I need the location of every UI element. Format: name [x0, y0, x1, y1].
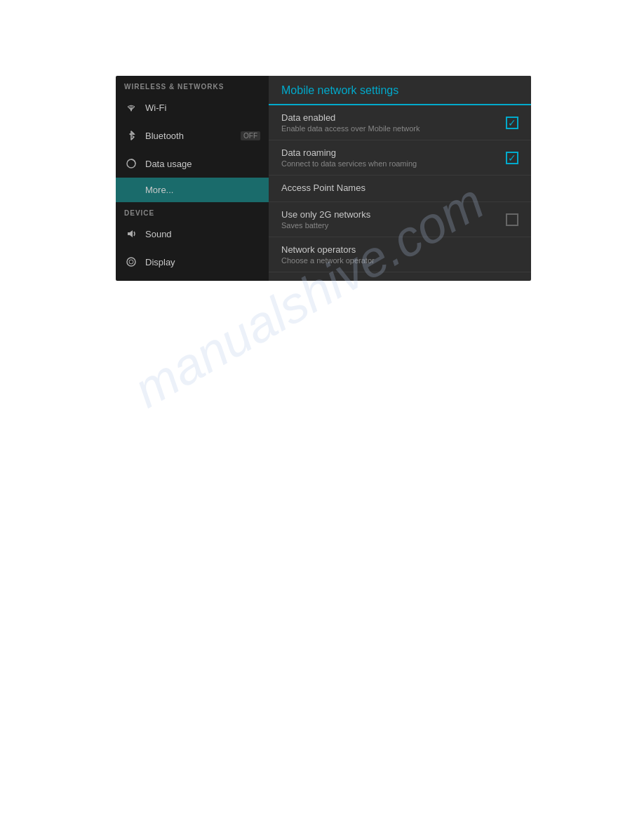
network-operators-subtitle: Choose a network operator [281, 256, 518, 265]
sound-label: Sound [145, 229, 260, 239]
settings-item-apn[interactable]: Access Point Names [269, 176, 531, 202]
settings-item-2g[interactable]: Use only 2G networks Saves battery [269, 202, 531, 237]
network-operators-text: Network operators Choose a network opera… [281, 244, 518, 265]
sidebar-item-sound[interactable]: Sound [116, 220, 269, 248]
svg-point-2 [127, 258, 135, 266]
settings-item-network-operators[interactable]: Network operators Choose a network opera… [269, 237, 531, 272]
data-enabled-checkmark: ✓ [508, 118, 516, 128]
data-roaming-title: Data roaming [281, 147, 506, 158]
data-enabled-subtitle: Enable data access over Mobile network [281, 124, 506, 133]
display-icon [124, 255, 138, 269]
wifi-icon [124, 100, 138, 114]
section-label-wireless: WIRELESS & NETWORKS [116, 76, 269, 93]
data-roaming-checkbox[interactable]: ✓ [506, 152, 518, 164]
apn-title: Access Point Names [281, 183, 518, 193]
bluetooth-badge: OFF [241, 131, 260, 140]
data-enabled-checkbox[interactable]: ✓ [506, 117, 518, 129]
section-label-device: DEVICE [116, 202, 269, 220]
data-roaming-checkmark: ✓ [508, 153, 516, 163]
data-roaming-text: Data roaming Connect to data services wh… [281, 147, 506, 168]
settings-list: Data enabled Enable data access over Mob… [269, 105, 531, 281]
settings-item-data-enabled[interactable]: Data enabled Enable data access over Mob… [269, 105, 531, 140]
data-roaming-subtitle: Connect to data services when roaming [281, 159, 506, 168]
sidebar-item-display[interactable]: Display [116, 248, 269, 276]
bluetooth-label: Bluetooth [145, 131, 241, 141]
settings-item-data-roaming[interactable]: Data roaming Connect to data services wh… [269, 140, 531, 176]
sidebar-item-data-usage[interactable]: Data usage [116, 150, 269, 178]
display-label: Display [145, 257, 260, 267]
apn-text: Access Point Names [281, 183, 518, 194]
data-usage-label: Data usage [145, 159, 260, 169]
sidebar-item-more[interactable]: More... [116, 178, 269, 202]
sidebar-item-wifi[interactable]: Wi-Fi [116, 93, 269, 121]
data-enabled-title: Data enabled [281, 112, 506, 123]
screenshot-container: WIRELESS & NETWORKS Wi-Fi Blue [116, 76, 531, 281]
sound-icon [124, 227, 138, 241]
bluetooth-icon [124, 128, 138, 143]
sidebar: WIRELESS & NETWORKS Wi-Fi Blue [116, 76, 269, 281]
2g-checkbox[interactable] [506, 213, 518, 226]
2g-subtitle: Saves battery [281, 221, 506, 230]
more-label: More... [124, 185, 260, 195]
2g-text: Use only 2G networks Saves battery [281, 209, 506, 230]
wifi-label: Wi-Fi [145, 102, 260, 113]
sidebar-item-bluetooth[interactable]: Bluetooth OFF [116, 121, 269, 150]
2g-title: Use only 2G networks [281, 209, 506, 220]
main-content: Mobile network settings Data enabled Ena… [269, 76, 531, 281]
svg-point-0 [130, 110, 132, 112]
network-operators-title: Network operators [281, 244, 518, 255]
data-usage-icon [124, 157, 138, 171]
main-title: Mobile network settings [281, 84, 518, 104]
data-enabled-text: Data enabled Enable data access over Mob… [281, 112, 506, 133]
svg-point-3 [129, 260, 133, 264]
main-header: Mobile network settings [269, 76, 531, 105]
